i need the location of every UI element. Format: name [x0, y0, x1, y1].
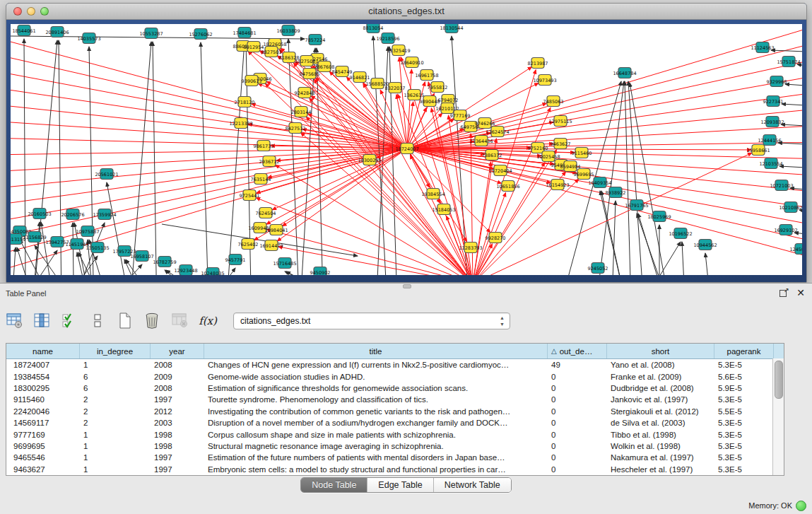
table-row[interactable]: 946554611997Estimation of the future num…	[6, 452, 784, 463]
cell-short[interactable]: Tibbo et al. (1998)	[607, 428, 714, 440]
network-node[interactable]: 18544061	[12, 25, 35, 36]
network-node[interactable]: 12923448	[174, 265, 197, 276]
cell-name[interactable]: 14569117	[6, 417, 80, 428]
cell-title[interactable]: Investigating the contribution of common…	[204, 406, 548, 417]
cell-year[interactable]: 1998	[151, 428, 204, 440]
select-all-icon[interactable]	[59, 310, 81, 332]
network-node[interactable]: 9450902	[310, 267, 331, 276]
cell-year[interactable]: 1998	[151, 440, 204, 452]
cell-title[interactable]: Corpus callosum shape and size in male p…	[204, 428, 548, 440]
cell-in-degree[interactable]: 2	[80, 417, 151, 428]
cell-year[interactable]: 1997	[151, 394, 204, 405]
cell-out-de-[interactable]: 0	[548, 428, 607, 440]
network-node[interactable]: 12093832	[760, 117, 784, 127]
cell-out-de-[interactable]: 0	[548, 452, 607, 463]
network-node[interactable]: 7625402	[238, 239, 259, 250]
cell-short[interactable]: Stergiakouli et al. (2012)	[607, 406, 714, 417]
table-row[interactable]: 969969511998Structural magnetic resonanc…	[6, 440, 784, 452]
network-node[interactable]: 7624504	[256, 208, 276, 218]
cell-pagerank[interactable]: 5.5E-5	[714, 406, 774, 417]
cell-short[interactable]: de Silva et al. (2003)	[607, 417, 714, 428]
network-node[interactable]: 20160503	[28, 209, 51, 219]
network-node[interactable]: 20206576	[61, 209, 84, 220]
network-node[interactable]: 10975887	[76, 226, 99, 237]
cell-title[interactable]: Genome-wide association studies in ADHD.	[204, 370, 548, 382]
network-node[interactable]: 12213389	[229, 118, 252, 129]
column-header-pagerank[interactable]: pagerank	[714, 344, 774, 358]
network-node[interactable]: 15751874	[777, 57, 800, 67]
cell-short[interactable]: Nakamura et al. (1997)	[607, 452, 714, 463]
network-node[interactable]: 7635144	[251, 174, 271, 185]
new-file-icon[interactable]	[114, 310, 136, 332]
network-node[interactable]: 7485063	[543, 96, 564, 107]
cell-name[interactable]: 9115460	[6, 394, 80, 405]
cell-year[interactable]: 2012	[151, 406, 204, 417]
cell-out-de-[interactable]: 0	[548, 382, 607, 394]
table-vertical-scrollbar[interactable]	[772, 358, 784, 475]
cell-in-degree[interactable]: 1	[80, 359, 151, 370]
network-node[interactable]: 18130544	[440, 24, 463, 33]
table-selector-dropdown[interactable]: citations_edges.txt ▲▼	[233, 313, 510, 329]
cell-year[interactable]: 2009	[151, 370, 204, 382]
network-node[interactable]: 12450612	[789, 244, 802, 255]
memory-status-indicator[interactable]	[796, 501, 806, 511]
cell-name[interactable]: 9463627	[6, 464, 80, 475]
network-node[interactable]: 14035573	[77, 33, 100, 44]
network-node[interactable]: 10196522	[669, 228, 692, 239]
cell-out-de-[interactable]: 0	[548, 394, 607, 405]
cell-title[interactable]: Changes of HCN gene expression and I(f) …	[204, 359, 548, 370]
cell-pagerank[interactable]: 5.3E-5	[714, 452, 774, 463]
cell-in-degree[interactable]: 2	[80, 394, 151, 405]
close-panel-icon[interactable]: ✕	[796, 288, 805, 298]
cell-short[interactable]: Hescheler et al. (1997)	[607, 464, 714, 475]
table-settings-icon[interactable]	[4, 310, 25, 332]
cell-short[interactable]: Franke et al. (2009)	[607, 370, 714, 382]
column-header-in-degree[interactable]: in_degree	[80, 344, 151, 358]
network-node[interactable]: 15720404	[488, 165, 512, 176]
table-row[interactable]: 946362711997Embryonic stem cells: a mode…	[6, 464, 784, 475]
network-node[interactable]: 19218596	[376, 33, 399, 44]
network-node[interactable]: 9245052	[588, 263, 608, 274]
network-node[interactable]: 15184053	[432, 204, 455, 215]
network-node[interactable]: 10553287	[139, 28, 163, 39]
cell-pagerank[interactable]: 5.9E-5	[714, 382, 774, 394]
table-row[interactable]: 911546021997Tourette syndrome. Phenomeno…	[6, 394, 784, 405]
network-node[interactable]: 9329968	[767, 76, 787, 87]
cell-in-degree[interactable]: 1	[80, 452, 151, 463]
network-node[interactable]: 8213987	[528, 58, 548, 69]
network-node[interactable]: 12975115	[548, 116, 572, 127]
cell-pagerank[interactable]: 5.3E-5	[714, 440, 774, 452]
network-node[interactable]: 16782759	[153, 257, 176, 267]
cell-title[interactable]: Structural magnetic resonance image aver…	[204, 440, 548, 452]
network-node[interactable]: 12103554	[759, 158, 782, 169]
delete-icon[interactable]	[142, 310, 163, 332]
cell-pagerank[interactable]: 5.3E-5	[714, 359, 774, 370]
cell-name[interactable]: 9777169	[6, 428, 80, 440]
cell-year[interactable]: 1997	[151, 452, 204, 463]
cell-title[interactable]: Embryonic stem cells: a model to study s…	[204, 464, 548, 475]
network-node[interactable]: 20561021	[95, 169, 118, 180]
tab-node-table[interactable]: Node Table	[301, 478, 367, 492]
network-node[interactable]: 16914479	[259, 240, 283, 251]
cell-title[interactable]: Estimation of the future numbers of pati…	[204, 452, 548, 463]
window-titlebar[interactable]: citations_edges.txt	[6, 4, 806, 20]
cell-short[interactable]: Wolkin et al. (1998)	[607, 440, 714, 452]
cell-year[interactable]: 1997	[151, 464, 204, 475]
network-canvas[interactable]: 1872400718544061208914061403557310553287…	[11, 24, 802, 275]
insert-column-icon[interactable]	[32, 310, 53, 332]
cell-pagerank[interactable]: 5.3E-5	[714, 417, 774, 428]
network-node[interactable]: 17359924	[93, 209, 116, 220]
cell-year[interactable]: 2003	[151, 417, 204, 428]
cell-in-degree[interactable]: 1	[80, 440, 151, 452]
network-node[interactable]: 2803144	[291, 107, 312, 117]
table-row[interactable]: 1938455462009Genome-wide association stu…	[6, 370, 784, 382]
cell-year[interactable]: 2008	[151, 359, 204, 370]
cell-out-de-[interactable]: 0	[548, 464, 607, 475]
cell-name[interactable]: 22420046	[6, 406, 80, 417]
cell-year[interactable]: 2008	[151, 382, 204, 394]
cell-out-de-[interactable]: 0	[548, 440, 607, 452]
cell-out-de-[interactable]: 49	[548, 359, 607, 370]
network-node[interactable]: 19384554	[421, 189, 445, 199]
network-node[interactable]: 8813054	[363, 24, 384, 33]
table-row[interactable]: 1830029562008Estimation of significance …	[6, 382, 784, 394]
